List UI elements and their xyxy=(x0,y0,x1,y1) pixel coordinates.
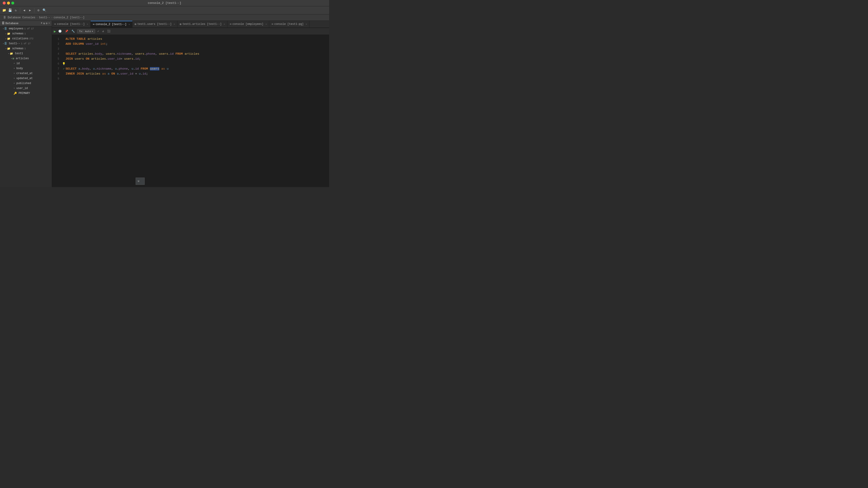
editor-area: ⌨ console [test1--] ✕ ⌨ console_2 [test1… xyxy=(52,21,329,187)
line-number: 5 xyxy=(54,57,59,61)
code-line-7: 7 ✓ SELECT a.body, u.nickname, u.phone, … xyxy=(52,66,329,71)
check-icon[interactable]: ✓ xyxy=(96,29,100,33)
breadcrumb-item-1[interactable]: Database Consoles xyxy=(8,16,35,19)
code-line-2: 2 ADD COLUMN user_id int; xyxy=(52,41,329,46)
tree-item-test1-schema[interactable]: ▾ 📁 test1 xyxy=(0,51,52,56)
tab-close-icon[interactable]: ✕ xyxy=(129,23,130,26)
tab-console-test1[interactable]: ⌨ console [test1--] ✕ xyxy=(52,21,91,28)
run-button[interactable]: ▶ xyxy=(54,29,56,34)
code-editor[interactable]: 1 ALTER TABLE articles 2 ADD COLUMN user… xyxy=(52,35,329,187)
arrow-icon: ▸ xyxy=(5,33,6,35)
arrow-icon: ▾ xyxy=(3,42,4,45)
folder-icon: 📁 xyxy=(7,47,10,51)
tab-close-icon[interactable]: ✕ xyxy=(266,23,267,26)
tab-close-icon[interactable]: ✕ xyxy=(87,23,88,26)
code-content: INNER JOIN articles as a ON a.user_id = … xyxy=(66,71,327,76)
breadcrumb-db-icon: 🗄 xyxy=(2,15,7,20)
tree-label: PRIMARY xyxy=(19,92,30,95)
db-icon: 🗄 xyxy=(4,27,7,31)
database-sidebar: 🗄 Database + ⇅ ⚙ − ▾ 🗄 employees 1 of 17… xyxy=(0,21,52,187)
autocomplete-popup[interactable]: u xyxy=(135,177,145,185)
console-icon: ⌨ xyxy=(93,23,94,26)
sidebar-add-icon[interactable]: + xyxy=(41,22,42,25)
line-gutter: ✓ xyxy=(62,66,66,71)
tab-close-icon[interactable]: ✕ xyxy=(306,23,307,26)
tools-icon[interactable]: 🔧 xyxy=(70,29,76,33)
tree-label: articles xyxy=(16,57,29,60)
tree-badge: 1 xyxy=(24,47,26,50)
sidebar-settings-icon[interactable]: ⚙ xyxy=(46,22,48,25)
table-icon: ⊞ xyxy=(135,23,136,26)
tree-item-collations[interactable]: ▸ 📁 collations 272 xyxy=(0,36,52,41)
code-line-1: 1 ALTER TABLE articles xyxy=(52,37,329,41)
sidebar-collapse-icon[interactable]: − xyxy=(49,22,50,25)
breadcrumb-item-3[interactable]: console_2 [test1--] xyxy=(54,16,85,19)
tree-item-test1[interactable]: ▾ 🗄 test1-- 1 of 17 xyxy=(0,41,52,46)
breadcrumb-sep-2: › xyxy=(51,16,53,19)
line-number: 1 xyxy=(54,37,59,41)
tree-item-col-user_id[interactable]: ▪ user_id xyxy=(0,86,52,91)
tree-item-col-updated_at[interactable]: ▪ updated_at xyxy=(0,76,52,81)
bulb-icon[interactable]: 💡 xyxy=(62,61,66,66)
tab-close-icon[interactable]: ✕ xyxy=(174,23,175,26)
refresh-icon[interactable]: ↻ xyxy=(13,8,18,13)
sidebar-sync-icon[interactable]: ⇅ xyxy=(43,22,45,25)
tab-label: console_2 [test1--] xyxy=(96,23,127,26)
tree-badge: 272 xyxy=(29,37,33,40)
back-icon[interactable]: ◀ xyxy=(22,8,26,13)
key-icon: 🔑 xyxy=(13,92,17,95)
arrow-icon: ▸ xyxy=(5,37,6,40)
close-button[interactable] xyxy=(3,2,6,4)
autocomplete-item[interactable]: u xyxy=(136,178,145,184)
maximize-button[interactable] xyxy=(11,2,14,4)
tab-console2-test1[interactable]: ⌨ console_2 [test1--] ✕ xyxy=(91,21,132,28)
tree-item-articles[interactable]: ▾ ⊞ articles xyxy=(0,56,52,61)
pin-icon[interactable]: 📌 xyxy=(64,29,69,33)
undo-icon[interactable]: ↺ xyxy=(101,29,105,33)
tab-console-test1-pg[interactable]: ⌨ console [test1-pg] ✕ xyxy=(269,21,309,28)
tree-item-col-body[interactable]: ▪ body xyxy=(0,66,52,71)
code-content: ALTER TABLE articles xyxy=(66,37,327,41)
tree-label: test1 xyxy=(15,52,23,55)
tx-label: Tx: Auto xyxy=(79,30,91,33)
forward-icon[interactable]: ▶ xyxy=(28,8,32,13)
tab-label: test1.users [test1--] xyxy=(137,23,172,26)
tree-item-col-created_at[interactable]: ▪ created_at xyxy=(0,71,52,76)
save-icon[interactable]: 💾 xyxy=(8,8,12,13)
stop-icon[interactable]: ⬛ xyxy=(106,29,112,33)
tx-button[interactable]: Tx: Auto ▾ xyxy=(77,29,95,33)
check-icon: ✓ xyxy=(63,66,64,71)
minimize-button[interactable] xyxy=(7,2,10,4)
tree-badge: 1 of 17 xyxy=(21,42,31,45)
folder-icon: 📁 xyxy=(7,37,10,40)
line-number: 4 xyxy=(54,52,59,57)
settings-icon[interactable]: ⚙ xyxy=(36,8,41,13)
tree-item-employees[interactable]: ▾ 🗄 employees 1 of 17 xyxy=(0,26,52,31)
tree-item-schemas-2[interactable]: ▾ 📁 schemas 1 xyxy=(0,46,52,51)
tree-item-schemas-1[interactable]: ▸ 📁 schemas 1 xyxy=(0,31,52,36)
breadcrumb-item-2[interactable]: test1-- xyxy=(39,16,50,19)
code-line-6: 6 💡 xyxy=(52,61,329,66)
tree-item-col-published[interactable]: ▪ published xyxy=(0,81,52,86)
console-icon: ⌨ xyxy=(54,23,56,26)
tree-label: body xyxy=(17,67,23,70)
tab-close-icon[interactable]: ✕ xyxy=(223,23,225,26)
tab-test1-articles[interactable]: ⊞ test1.articles [test1--] ✕ xyxy=(178,21,227,28)
line-gutter: 💡 xyxy=(62,61,66,66)
tree-badge: 1 of 17 xyxy=(24,28,34,30)
window-controls[interactable] xyxy=(3,2,14,4)
line-number: 9 xyxy=(54,76,59,81)
history-icon[interactable]: 🕐 xyxy=(57,29,63,33)
chevron-down-icon: ▾ xyxy=(92,30,93,33)
tab-test1-users[interactable]: ⊞ test1.users [test1--] ✕ xyxy=(132,21,178,28)
search-icon[interactable]: 🔍 xyxy=(42,8,46,13)
tree-item-col-id[interactable]: ▪ id xyxy=(0,61,52,66)
tabs-bar: ⌨ console [test1--] ✕ ⌨ console_2 [test1… xyxy=(52,21,329,28)
code-line-8: 8 INNER JOIN articles as a ON a.user_id … xyxy=(52,71,329,76)
tab-console-employees[interactable]: ⌨ console [employees] ✕ xyxy=(227,21,269,28)
folder-open-icon[interactable]: 📁 xyxy=(2,8,6,13)
sidebar-header: 🗄 Database + ⇅ ⚙ − xyxy=(0,21,52,26)
tree-item-primary[interactable]: 🔑 PRIMARY xyxy=(0,91,52,96)
sidebar-db-icon: 🗄 xyxy=(2,22,4,25)
tree-label: id xyxy=(17,62,20,65)
